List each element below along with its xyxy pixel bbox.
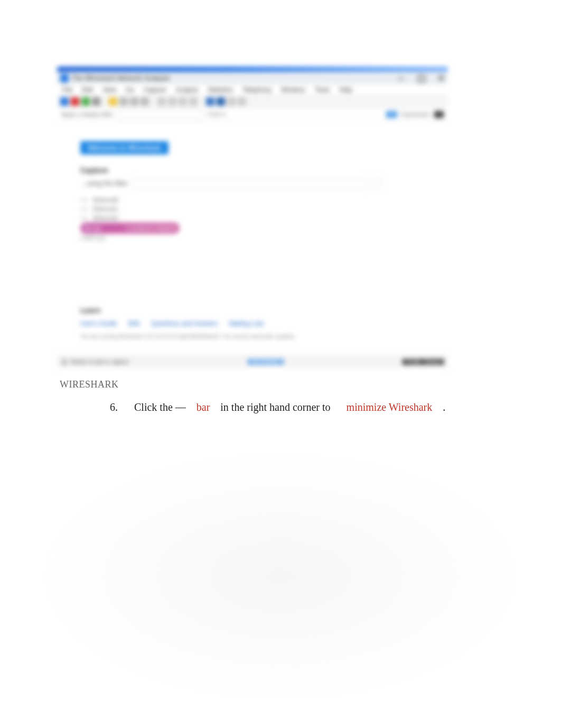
menu-item[interactable]: Statistics — [208, 86, 233, 94]
menu-item[interactable]: Analyze — [176, 86, 199, 94]
resize-cols-icon[interactable] — [238, 97, 246, 106]
menu-item[interactable]: File — [62, 86, 72, 94]
expression-button[interactable]: Expression — [401, 111, 430, 117]
prev-icon[interactable] — [168, 97, 176, 106]
menu-item[interactable]: Help — [339, 86, 352, 94]
interface-name: USBPcap1 — [80, 234, 106, 243]
options-icon[interactable] — [92, 97, 100, 106]
capture-filter-input[interactable] — [133, 178, 367, 189]
status-packets: No Packets — [248, 359, 283, 365]
sparkline-icon — [80, 197, 88, 204]
version-note: You are running Wireshark 3.0.3 (v3.0.3-… — [80, 334, 428, 339]
save-file-icon[interactable] — [119, 97, 128, 106]
maximize-icon[interactable] — [417, 75, 425, 82]
titlebar-accent — [57, 67, 448, 72]
capture-filter-dropdown-icon[interactable] — [371, 178, 381, 189]
toolbar — [57, 96, 448, 108]
interface-row-selected[interactable]: Npcap Loopback Adapter — [80, 223, 180, 234]
display-filter-input[interactable] — [117, 109, 203, 119]
menu-bar: File Edit View Go Capture Analyze Statis… — [57, 85, 448, 96]
next-icon[interactable] — [179, 97, 187, 106]
close-icon[interactable] — [437, 75, 445, 82]
interface-name: Ethernet2 — [93, 214, 130, 223]
step-text: . — [443, 401, 445, 413]
interface-name: Ethernet1 — [93, 205, 130, 214]
display-filter-bar: Apply a display filter <Ctrl-/> ▾ Expres… — [57, 108, 448, 121]
interface-list: Ethernet0 Ethernet1 Ethernet2 Npcap Loop… — [80, 196, 428, 243]
menu-item[interactable]: Wireless — [281, 86, 305, 94]
sparkline-icon — [80, 215, 88, 222]
interface-name: Npcap — [83, 224, 120, 233]
step-highlight: minimize Wireshark — [347, 401, 433, 413]
stop-capture-icon[interactable] — [71, 97, 79, 106]
minimize-icon[interactable] — [397, 75, 405, 82]
step-highlight: bar — [197, 401, 210, 413]
sparkline-icon — [80, 206, 88, 213]
learn-link[interactable]: Questions and Answers — [151, 320, 218, 327]
capture-filter-label: …using this filter: — [80, 180, 129, 187]
close-file-icon[interactable] — [130, 97, 138, 106]
menu-item[interactable]: Edit — [82, 86, 93, 94]
step-text: Click the — — [134, 401, 186, 413]
status-profile: Profile: Default — [403, 359, 444, 365]
wireshark-logo-icon — [60, 74, 69, 82]
blurred-region — [48, 460, 512, 693]
zoom-out-icon[interactable] — [217, 97, 225, 106]
interface-row[interactable]: Ethernet0 — [80, 196, 428, 205]
step-number: 6. — [110, 400, 124, 414]
add-filter-button[interactable]: + — [434, 111, 444, 118]
start-capture-icon[interactable] — [60, 97, 69, 106]
interface-extra: Loopback Adapter — [126, 224, 176, 233]
filter-label: Apply a display filter — [61, 111, 113, 117]
learn-heading: Learn — [80, 306, 428, 315]
open-file-icon[interactable] — [109, 97, 117, 106]
menu-item[interactable]: Telephony — [242, 86, 272, 94]
status-text: Ready to load or capture — [71, 359, 129, 365]
restart-capture-icon[interactable] — [81, 97, 90, 106]
filter-hint: <Ctrl-/> — [207, 111, 227, 117]
interface-name: Ethernet0 — [93, 196, 130, 205]
interface-row[interactable]: USBPcap1 — [80, 234, 428, 243]
learn-link[interactable]: User's Guide — [80, 320, 117, 327]
find-icon[interactable] — [157, 97, 166, 106]
goto-icon[interactable] — [189, 97, 198, 106]
status-indicator-icon — [61, 359, 68, 365]
welcome-banner: Welcome to Wireshark — [80, 141, 169, 154]
interface-row[interactable]: Ethernet2 — [80, 214, 428, 223]
figure-caption: WIRESHARK — [60, 379, 119, 390]
zoom-in-icon[interactable] — [206, 97, 214, 106]
menu-item[interactable]: Capture — [144, 86, 166, 94]
filter-dropdown-icon[interactable]: ▾ — [386, 111, 397, 118]
app-title: The Wireshark Network Analyzer — [72, 75, 170, 82]
instruction-step: 6. Click the — bar in the right hand cor… — [110, 400, 498, 414]
interface-row[interactable]: Ethernet1 — [80, 205, 428, 214]
learn-link[interactable]: Mailing Lists — [229, 320, 264, 327]
learn-link[interactable]: Wiki — [128, 320, 140, 327]
menu-item[interactable]: View — [102, 86, 116, 94]
wireshark-window: The Wireshark Network Analyzer File Edit… — [57, 67, 448, 368]
menu-item[interactable]: Tools — [315, 86, 330, 94]
reload-icon[interactable] — [141, 97, 149, 106]
step-text: in the right hand corner to — [220, 401, 330, 413]
window-header: The Wireshark Network Analyzer — [57, 72, 448, 85]
status-bar: Ready to load or capture No Packets Prof… — [57, 355, 448, 368]
menu-item[interactable]: Go — [126, 86, 134, 94]
zoom-reset-icon[interactable] — [227, 97, 236, 106]
capture-heading: Capture — [80, 166, 428, 174]
